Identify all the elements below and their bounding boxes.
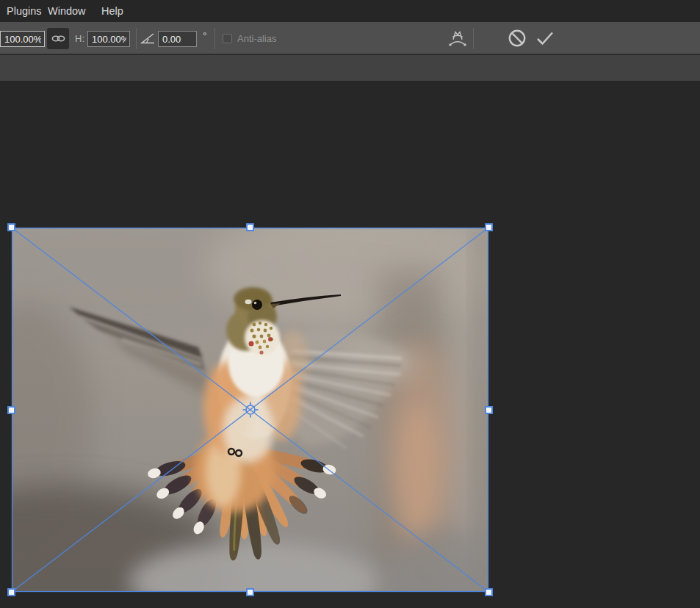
transform-reference-point[interactable] (242, 402, 259, 418)
transform-image[interactable] (12, 228, 488, 592)
anti-alias-checkbox[interactable] (223, 34, 232, 43)
menu-item-plugins[interactable]: Plugins (4, 0, 45, 22)
canvas-area (0, 81, 700, 608)
separator (473, 28, 474, 49)
degree-symbol: ° (203, 30, 207, 42)
rotation-angle-icon (140, 32, 156, 48)
transform-handle-bottom-center[interactable] (246, 588, 254, 596)
transform-handle-bottom-right[interactable] (485, 588, 493, 596)
separator (136, 28, 137, 49)
transform-handle-bottom-left[interactable] (7, 588, 15, 596)
checkmark-icon (535, 29, 555, 47)
transform-handle-top-right[interactable] (485, 223, 493, 231)
commit-transform-button[interactable] (532, 25, 558, 51)
application-window: Plugins Window Help H: ° Anti-alias (0, 0, 700, 608)
menu-item-help[interactable]: Help (98, 0, 126, 22)
height-label: H: (75, 33, 84, 44)
menu-bar: Plugins Window Help (0, 0, 700, 22)
cancel-transform-button[interactable] (504, 25, 530, 51)
warp-mode-button[interactable] (444, 25, 471, 51)
separator (214, 28, 215, 49)
reference-point-icon (242, 402, 259, 418)
chain-link-icon (51, 35, 65, 43)
link-dimensions-button[interactable] (47, 28, 69, 49)
width-scale-input[interactable] (0, 31, 45, 47)
menu-item-window[interactable]: Window (45, 0, 89, 22)
cancel-icon (508, 29, 527, 48)
height-scale-input[interactable] (87, 31, 130, 47)
transform-handle-top-center[interactable] (246, 223, 254, 231)
warp-grid-icon (448, 29, 467, 47)
transform-handle-middle-left[interactable] (7, 406, 15, 414)
transform-handle-top-left[interactable] (7, 223, 15, 231)
transform-handle-middle-right[interactable] (485, 406, 493, 414)
toolbar-spacer (0, 55, 700, 81)
rotation-angle-input[interactable] (158, 31, 197, 47)
transform-options-bar: H: ° Anti-alias (0, 22, 700, 54)
anti-alias-label: Anti-alias (237, 33, 276, 44)
